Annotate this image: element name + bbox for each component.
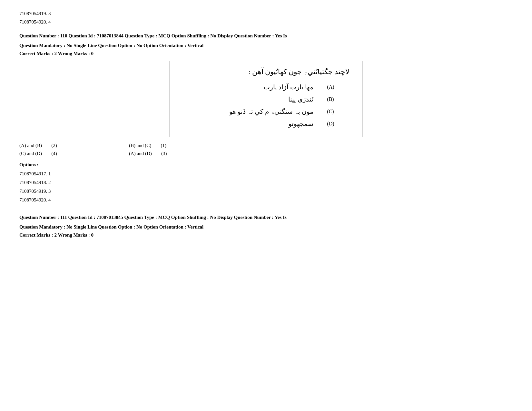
answer-option-bc-text: (B) and (C) [129, 143, 151, 148]
question-110-block: Question Number : 110 Question Id : 7108… [19, 32, 513, 204]
urdu-option-c: (C) مون بہ سنگتي‌ۃ م کي تہ ڏنو ھو [183, 106, 349, 117]
option-item-1: 71087054917. 1 [19, 170, 513, 178]
answer-options-grid: (A) and (B) (2) (B) and (C) (1) (C) and … [19, 143, 239, 156]
options-list: 71087054917. 1 71087054918. 2 7108705491… [19, 170, 513, 204]
question-110-content-box: لا‌چند جگتیاتُني‌ۃ جون کھاتُيون آھن : (A… [169, 61, 363, 137]
answer-option-cd: (C) and (D) (4) [19, 151, 129, 156]
answer-option-cd-num: (4) [48, 151, 57, 156]
question-110-meta2: Question Mandatory : No Single Line Ques… [19, 42, 513, 50]
answer-option-ad-text: (A) and (D) [129, 151, 152, 156]
question-111-meta1: Question Number : 111 Question Id : 7108… [19, 213, 513, 222]
urdu-option-d: (D) سمجھوتو [183, 118, 349, 130]
question-111-meta2: Question Mandatory : No Single Line Ques… [19, 223, 513, 231]
question-111-block: Question Number : 111 Question Id : 7108… [19, 213, 513, 238]
urdu-option-c-label: (C) [320, 106, 349, 117]
urdu-question-text: لا‌چند جگتیاتُني‌ۃ جون کھاتُيون آھن : [182, 68, 350, 76]
option-item-3: 71087054919. 3 [19, 187, 513, 196]
urdu-option-d-text: سمجھوتو [183, 118, 320, 130]
option-item-2: 71087054918. 2 [19, 178, 513, 187]
urdu-option-b-label: (B) [320, 93, 349, 105]
answer-option-cd-text: (C) and (D) [19, 151, 42, 156]
options-label: Options : [19, 162, 513, 168]
urdu-option-a-label: (A) [320, 81, 349, 93]
answer-option-ab-num: (2) [48, 143, 57, 148]
answer-option-ad-num: (3) [158, 151, 167, 156]
urdu-option-b-text: نَندَڙي نِينا [183, 93, 320, 105]
prev-option-2: 71087054920. 4 [19, 18, 513, 26]
urdu-option-a: (A) مھا يارت آزاد يارت [183, 81, 349, 93]
urdu-options-table: (A) مھا يارت آزاد يارت (B) نَندَڙي نِينا… [182, 81, 350, 130]
question-110-content-area: لا‌چند جگتیاتُني‌ۃ جون کھاتُيون آھن : (A… [19, 61, 513, 137]
urdu-option-b: (B) نَندَڙي نِينا [183, 93, 349, 105]
prev-option-1: 71087054919. 3 [19, 10, 513, 18]
answer-option-bc: (B) and (C) (1) [129, 143, 239, 148]
answer-option-ab-text: (A) and (B) [19, 143, 42, 148]
question-110-meta1: Question Number : 110 Question Id : 7108… [19, 32, 513, 40]
urdu-option-a-text: مھا يارت آزاد يارت [183, 81, 320, 93]
urdu-option-d-label: (D) [320, 118, 349, 130]
question-110-marks: Correct Marks : 2 Wrong Marks : 0 [19, 51, 513, 56]
answer-option-ad: (A) and (D) (3) [129, 151, 239, 156]
prev-options-block: 71087054919. 3 71087054920. 4 [19, 10, 513, 26]
urdu-option-c-text: مون بہ سنگتي‌ۃ م کي تہ ڏنو ھو [183, 106, 320, 117]
question-111-marks: Correct Marks : 2 Wrong Marks : 0 [19, 232, 513, 238]
option-item-4: 71087054920. 4 [19, 196, 513, 204]
answer-option-bc-num: (1) [157, 143, 166, 148]
answer-option-ab: (A) and (B) (2) [19, 143, 129, 148]
